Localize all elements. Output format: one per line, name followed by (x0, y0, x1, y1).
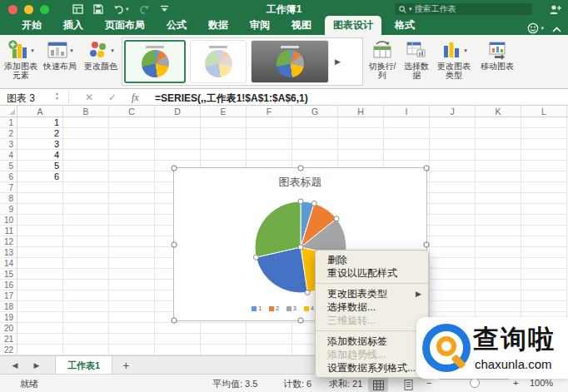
grid-cell[interactable] (63, 258, 109, 269)
ribbon-tab[interactable]: 公式 (158, 16, 195, 35)
grid-cell[interactable] (109, 117, 155, 128)
grid-cell[interactable] (476, 128, 521, 139)
column-header[interactable]: E (201, 106, 247, 117)
grid-cell[interactable] (338, 128, 384, 139)
grid-cell[interactable] (476, 150, 521, 161)
context-menu-item[interactable]: 设置数据系列格式... (316, 361, 428, 375)
grid-cell[interactable] (17, 236, 63, 247)
row-header[interactable]: 7 (0, 182, 17, 193)
zoom-in-icon[interactable]: + (513, 378, 518, 388)
slice-selection-handle[interactable] (298, 199, 303, 204)
zoom-window-button[interactable] (40, 5, 49, 14)
chart-resize-handle[interactable] (172, 242, 177, 248)
grid-cell[interactable]: 5 (17, 161, 63, 171)
grid-cell[interactable] (63, 117, 109, 128)
collapse-ribbon-icon[interactable] (552, 21, 561, 36)
zoom-level[interactable]: 100% (530, 378, 553, 388)
grid-cell[interactable] (17, 280, 63, 290)
grid-cell[interactable] (63, 290, 109, 301)
legend-item[interactable]: 1 (252, 305, 262, 311)
workbook-icon[interactable] (72, 4, 83, 14)
grid-cell[interactable] (338, 117, 384, 128)
grid-cell[interactable] (430, 269, 476, 280)
grid-cell[interactable] (521, 171, 567, 182)
grid-cell[interactable] (247, 128, 292, 139)
grid-cell[interactable] (430, 226, 476, 236)
grid-cell[interactable] (521, 117, 567, 128)
prev-sheet-icon[interactable]: ◀ (8, 361, 22, 370)
row-header[interactable]: 1 (0, 117, 17, 128)
grid-cell[interactable] (476, 301, 521, 312)
ribbon-tab[interactable]: 审阅 (242, 16, 278, 35)
row-header[interactable]: 5 (0, 161, 17, 171)
grid-cell[interactable] (476, 290, 521, 301)
grid-cell[interactable] (109, 323, 155, 334)
grid-cell[interactable] (521, 247, 567, 258)
row-header[interactable]: 12 (0, 236, 17, 247)
grid-cell[interactable] (476, 258, 521, 269)
context-menu-item[interactable]: 选择数据... (316, 300, 428, 314)
context-menu-item[interactable]: 删除 (316, 253, 428, 266)
grid-cell[interactable] (155, 139, 201, 150)
grid-cell[interactable] (476, 269, 521, 280)
row-header[interactable]: 15 (0, 269, 17, 280)
grid-cell[interactable] (521, 193, 567, 204)
slice-selection-handle[interactable] (305, 290, 310, 295)
grid-cell[interactable] (247, 323, 292, 334)
grid-cell[interactable] (63, 334, 109, 345)
grid-cell[interactable] (521, 236, 567, 247)
grid-cell[interactable] (476, 117, 521, 128)
grid-cell[interactable] (430, 171, 476, 182)
zoom-out-icon[interactable]: − (426, 378, 431, 388)
grid-cell[interactable] (521, 204, 567, 215)
grid-cell[interactable] (109, 215, 155, 226)
column-header[interactable]: K (476, 106, 521, 117)
quick-layout-button[interactable]: ▾ 快速布局 (42, 38, 78, 71)
share-icon[interactable] (549, 3, 561, 18)
grid-cell[interactable] (109, 258, 155, 269)
column-header[interactable]: G (292, 106, 338, 117)
grid-cell[interactable] (155, 128, 201, 139)
column-header[interactable]: H (338, 106, 384, 117)
grid-cell[interactable] (430, 193, 476, 204)
add-sheet-icon[interactable]: + (122, 359, 129, 372)
row-header[interactable]: 20 (0, 323, 17, 334)
grid-cell[interactable] (63, 236, 109, 247)
ribbon-tab[interactable]: 数据 (200, 16, 237, 35)
context-menu-item[interactable]: 更改图表类型▶ (316, 287, 428, 300)
column-header[interactable]: B (63, 106, 109, 117)
grid-cell[interactable] (63, 280, 109, 290)
grid-cell[interactable] (476, 161, 521, 171)
close-button[interactable] (8, 5, 17, 14)
feedback-smiley-icon[interactable]: ▾ (527, 22, 544, 34)
grid-cell[interactable] (17, 215, 63, 226)
grid-cell[interactable] (109, 139, 155, 150)
grid-cell[interactable] (430, 139, 476, 150)
zoom-slider-knob[interactable] (470, 378, 480, 388)
chart-resize-handle[interactable] (424, 166, 430, 171)
grid-cell[interactable] (521, 301, 567, 312)
grid-cell[interactable] (155, 323, 201, 334)
grid-cell[interactable] (63, 323, 109, 334)
grid-cell[interactable] (476, 247, 521, 258)
search-scope-caret-icon[interactable]: ▾ (409, 6, 412, 12)
search-input[interactable]: ▾ 搜索工作表 (395, 3, 532, 15)
grid-cell[interactable] (63, 345, 109, 355)
grid-cell[interactable] (521, 215, 567, 226)
grid-cell[interactable] (155, 334, 201, 345)
grid-cell[interactable] (521, 150, 567, 161)
grid-cell[interactable] (521, 280, 567, 290)
grid-cell[interactable] (109, 269, 155, 280)
grid-cell[interactable] (247, 334, 292, 345)
insert-function-icon[interactable]: fx (132, 92, 139, 104)
grid-cell[interactable] (384, 128, 430, 139)
grid-cell[interactable] (109, 171, 155, 182)
grid-cell[interactable] (201, 334, 247, 345)
legend-item[interactable]: 3 (286, 305, 296, 311)
grid-cell[interactable] (63, 182, 109, 193)
row-header[interactable]: 3 (0, 139, 17, 150)
row-header[interactable]: 17 (0, 290, 17, 301)
grid-cell[interactable] (201, 345, 247, 355)
grid-cell[interactable] (109, 290, 155, 301)
grid-cell[interactable] (521, 269, 567, 280)
